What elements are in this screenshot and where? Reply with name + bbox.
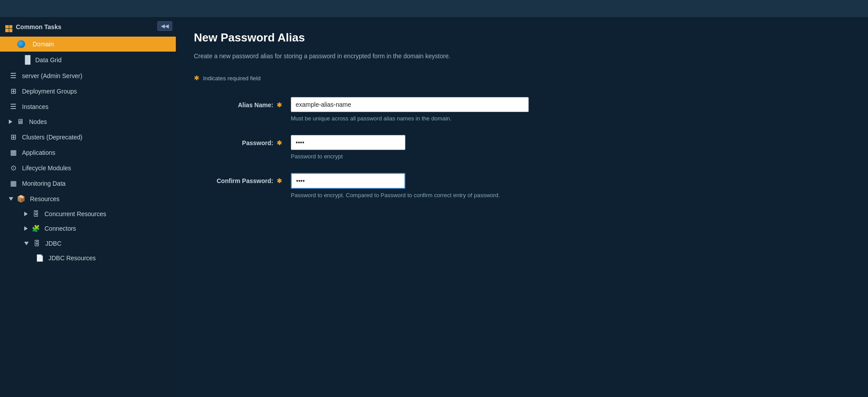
password-row: Password: ✱ Password to encrypt: [194, 135, 850, 161]
confirm-password-required: ✱: [277, 177, 282, 184]
grid-icon: [5, 22, 12, 32]
sidebar-item-instances[interactable]: ☰ Instances: [0, 99, 176, 114]
password-hint: Password to encrypt: [291, 153, 599, 161]
sidebar-item-server[interactable]: ☰ server (Admin Server): [0, 68, 176, 83]
data-grid-icon: ▐▌: [22, 55, 31, 64]
alias-name-input-area: Must be unique across all password alias…: [291, 97, 599, 123]
lifecycle-modules-label: Lifecycle Modules: [22, 165, 71, 172]
jdbc-resources-icon: 📄: [35, 254, 44, 262]
required-note: ✱ Indicates required field: [194, 74, 850, 82]
connectors-icon: 🧩: [31, 225, 40, 232]
clusters-icon: ⊞: [9, 133, 18, 141]
required-asterisk: ✱: [194, 74, 200, 82]
sidebar-item-lifecycle-modules[interactable]: ⊙ Lifecycle Modules: [0, 160, 176, 176]
password-input[interactable]: [291, 135, 405, 150]
sidebar-collapse-button[interactable]: ◀◀: [157, 21, 172, 31]
sidebar-item-jdbc-resources[interactable]: 📄 JDBC Resources: [0, 251, 176, 266]
monitoring-icon: ▦: [9, 179, 18, 187]
alias-name-input[interactable]: [291, 97, 529, 112]
sidebar-item-resources[interactable]: 📦 Resources: [0, 191, 176, 206]
concurrent-icon: 🗄: [31, 210, 40, 217]
confirm-password-row: Confirm Password: ✱ Password to encrypt.…: [194, 173, 850, 199]
sidebar-item-deployment-groups[interactable]: ⊞ Deployment Groups: [0, 83, 176, 99]
clusters-label: Clusters (Deprecated): [22, 134, 82, 141]
concurrent-resources-label: Concurrent Resources: [45, 210, 106, 217]
alias-name-required: ✱: [277, 101, 282, 109]
jdbc-label: JDBC: [45, 240, 62, 247]
data-grid-label: Data Grid: [35, 56, 62, 64]
password-required: ✱: [277, 139, 282, 146]
sidebar-item-monitoring-data[interactable]: ▦ Monitoring Data: [0, 176, 176, 191]
password-input-area: Password to encrypt: [291, 135, 599, 161]
common-tasks-label: Common Tasks: [16, 23, 61, 30]
nodes-icon: 🖥: [16, 118, 25, 126]
applications-icon: ▦: [9, 148, 18, 157]
confirm-password-input[interactable]: [291, 173, 405, 189]
sidebar: ◀◀ Common Tasks Domain ▐▌ Data Grid ☰ se…: [0, 18, 176, 397]
expand-icon: [9, 42, 13, 46]
page-title: New Password Alias: [194, 31, 850, 45]
connectors-expand-icon: [24, 226, 28, 231]
concurrent-expand-icon: [24, 212, 28, 216]
resources-expand-icon: [9, 197, 13, 201]
sidebar-item-domain[interactable]: Domain: [0, 37, 176, 52]
form-section: Alias Name: ✱ Must be unique across all …: [194, 93, 850, 217]
sidebar-item-connectors[interactable]: 🧩 Connectors: [0, 221, 176, 236]
alias-name-hint: Must be unique across all password alias…: [291, 115, 599, 123]
sidebar-item-data-grid[interactable]: ▐▌ Data Grid: [0, 52, 176, 68]
sidebar-item-applications[interactable]: ▦ Applications: [0, 145, 176, 160]
resources-icon: 📦: [17, 195, 26, 203]
nodes-expand-icon: [9, 120, 12, 124]
confirm-password-input-area: Password to encrypt. Compared to Passwor…: [291, 173, 599, 199]
sidebar-item-jdbc[interactable]: 🗄 JDBC: [0, 236, 176, 251]
sidebar-item-nodes[interactable]: 🖥 Nodes: [0, 114, 176, 129]
instances-icon: ☰: [9, 102, 18, 111]
sidebar-item-concurrent-resources[interactable]: 🗄 Concurrent Resources: [0, 206, 176, 221]
password-label: Password: ✱: [203, 135, 291, 146]
confirm-password-label: Confirm Password: ✱: [203, 173, 291, 184]
instances-label: Instances: [22, 103, 48, 110]
page-description: Create a new password alias for storing …: [194, 52, 850, 61]
main-content: New Password Alias Create a new password…: [176, 18, 868, 397]
required-note-text: Indicates required field: [203, 75, 261, 82]
globe-icon: [17, 40, 26, 49]
jdbc-resources-label: JDBC Resources: [48, 255, 96, 262]
monitoring-data-label: Monitoring Data: [22, 180, 66, 187]
server-label: server (Admin Server): [22, 72, 82, 79]
sidebar-item-common-tasks[interactable]: Common Tasks: [0, 18, 176, 37]
jdbc-expand-icon: [24, 242, 29, 245]
applications-label: Applications: [22, 149, 56, 156]
jdbc-icon: 🗄: [32, 240, 41, 247]
lifecycle-icon: ⊙: [9, 164, 18, 172]
alias-name-label: Alias Name: ✱: [203, 97, 291, 109]
connectors-label: Connectors: [45, 225, 76, 232]
deployment-icon: ⊞: [9, 87, 18, 95]
server-icon: ☰: [9, 71, 18, 80]
alias-name-row: Alias Name: ✱ Must be unique across all …: [194, 97, 850, 123]
resources-label: Resources: [30, 195, 59, 202]
sidebar-item-clusters[interactable]: ⊞ Clusters (Deprecated): [0, 129, 176, 145]
main-layout: ◀◀ Common Tasks Domain ▐▌ Data Grid ☰ se…: [0, 18, 868, 397]
confirm-password-hint: Password to encrypt. Compared to Passwor…: [291, 191, 599, 199]
nodes-label: Nodes: [29, 118, 47, 125]
domain-label: Domain: [33, 41, 54, 48]
deployment-groups-label: Deployment Groups: [22, 88, 77, 95]
top-bar: [0, 0, 868, 18]
